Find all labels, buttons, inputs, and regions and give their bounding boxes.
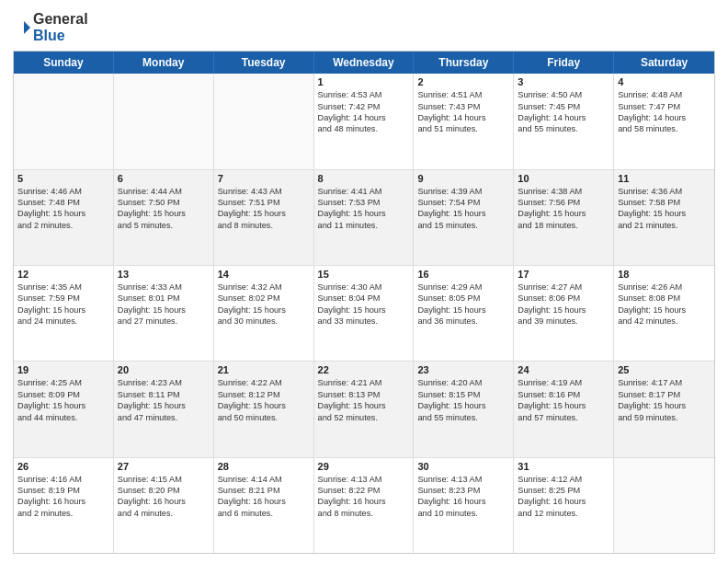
cell-line: Sunset: 8:13 PM	[318, 389, 410, 400]
header-day-sunday: Sunday	[14, 52, 114, 74]
cell-line: and 2 minutes.	[17, 508, 109, 519]
cell-line: Sunset: 8:05 PM	[417, 293, 509, 304]
cell-line: Sunset: 8:06 PM	[518, 293, 609, 304]
calendar-week-4: 19Sunrise: 4:25 AMSunset: 8:09 PMDayligh…	[14, 362, 714, 457]
cell-line: Daylight: 14 hours	[618, 112, 711, 123]
cell-line: Sunset: 7:58 PM	[618, 197, 711, 208]
cell-line: Sunset: 7:59 PM	[17, 293, 109, 304]
day-number: 16	[417, 269, 509, 280]
day-number: 6	[118, 173, 210, 184]
cell-line: and 39 minutes.	[518, 316, 609, 327]
cell-line: and 42 minutes.	[618, 316, 711, 327]
day-number: 27	[118, 461, 210, 472]
cell-line: Sunset: 8:15 PM	[417, 389, 509, 400]
cell-line: Sunrise: 4:48 AM	[618, 89, 711, 100]
cell-line: Sunrise: 4:29 AM	[417, 282, 509, 293]
cell-line: Sunrise: 4:44 AM	[118, 186, 210, 197]
calendar-body: 1Sunrise: 4:53 AMSunset: 7:42 PMDaylight…	[14, 74, 714, 553]
calendar: SundayMondayTuesdayWednesdayThursdayFrid…	[13, 51, 715, 554]
cell-line: and 33 minutes.	[318, 316, 410, 327]
cell-line: Sunset: 7:45 PM	[518, 101, 609, 112]
cell-line: and 8 minutes.	[318, 508, 410, 519]
day-number: 30	[417, 461, 509, 472]
cell-line: and 11 minutes.	[318, 220, 410, 231]
cell-line: Sunset: 8:19 PM	[17, 485, 109, 496]
cell-line: Daylight: 15 hours	[417, 400, 509, 411]
cell-line: Sunset: 7:47 PM	[618, 101, 711, 112]
day-number: 2	[417, 76, 509, 87]
cell-line: Sunset: 7:53 PM	[318, 197, 410, 208]
day-number: 12	[17, 269, 109, 280]
cell-line: Sunset: 7:50 PM	[118, 197, 210, 208]
cell-line: Daylight: 14 hours	[318, 112, 410, 123]
day-number: 14	[218, 269, 310, 280]
header-day-thursday: Thursday	[414, 52, 514, 74]
cell-line: and 4 minutes.	[118, 508, 210, 519]
cell-line: and 18 minutes.	[518, 220, 609, 231]
header: GeneralBlue	[13, 11, 715, 43]
cell-line: Sunrise: 4:19 AM	[518, 377, 609, 388]
calendar-week-5: 26Sunrise: 4:16 AMSunset: 8:19 PMDayligh…	[14, 458, 714, 553]
day-number: 5	[17, 173, 109, 184]
cell-line: Daylight: 16 hours	[118, 496, 210, 507]
cell-line: and 57 minutes.	[518, 412, 609, 423]
cell-line: Sunrise: 4:46 AM	[17, 186, 109, 197]
cell-line: Daylight: 15 hours	[518, 400, 609, 411]
cell-line: Sunset: 8:11 PM	[118, 389, 210, 400]
cell-line: and 10 minutes.	[417, 508, 509, 519]
calendar-cell: 5Sunrise: 4:46 AMSunset: 7:48 PMDaylight…	[14, 170, 114, 265]
cell-line: Sunrise: 4:14 AM	[218, 474, 310, 485]
cell-line: and 58 minutes.	[618, 123, 711, 134]
cell-line: and 47 minutes.	[118, 412, 210, 423]
cell-line: Sunset: 8:20 PM	[118, 485, 210, 496]
calendar-cell: 7Sunrise: 4:43 AMSunset: 7:51 PMDaylight…	[214, 170, 314, 265]
cell-line: Sunrise: 4:33 AM	[118, 282, 210, 293]
cell-line: and 27 minutes.	[118, 316, 210, 327]
cell-line: Daylight: 15 hours	[118, 304, 210, 316]
cell-line: Sunset: 7:43 PM	[417, 101, 509, 112]
day-number: 8	[318, 173, 410, 184]
cell-line: Sunrise: 4:32 AM	[218, 282, 310, 293]
calendar-cell: 8Sunrise: 4:41 AMSunset: 7:53 PMDaylight…	[314, 170, 415, 265]
cell-line: Sunset: 8:01 PM	[118, 293, 210, 304]
cell-line: Daylight: 14 hours	[518, 112, 609, 123]
calendar-cell: 14Sunrise: 4:32 AMSunset: 8:02 PMDayligh…	[214, 266, 314, 361]
day-number: 21	[218, 364, 310, 375]
calendar-cell: 25Sunrise: 4:17 AMSunset: 8:17 PMDayligh…	[614, 362, 714, 456]
calendar-cell	[214, 74, 314, 168]
cell-line: Sunset: 7:51 PM	[218, 197, 310, 208]
cell-line: and 15 minutes.	[417, 220, 509, 231]
calendar-cell: 12Sunrise: 4:35 AMSunset: 7:59 PMDayligh…	[14, 266, 114, 361]
calendar-cell: 4Sunrise: 4:48 AMSunset: 7:47 PMDaylight…	[614, 74, 714, 168]
cell-line: Sunrise: 4:53 AM	[318, 89, 410, 100]
cell-line: and 52 minutes.	[318, 412, 410, 423]
cell-line: Daylight: 15 hours	[417, 304, 509, 316]
cell-line: and 36 minutes.	[417, 316, 509, 327]
cell-line: Sunrise: 4:43 AM	[218, 186, 310, 197]
cell-line: Daylight: 16 hours	[218, 496, 310, 507]
day-number: 7	[218, 173, 310, 184]
calendar-cell: 26Sunrise: 4:16 AMSunset: 8:19 PMDayligh…	[14, 458, 114, 553]
cell-line: Daylight: 15 hours	[218, 304, 310, 316]
calendar-cell	[614, 458, 714, 553]
cell-line: and 24 minutes.	[17, 316, 109, 327]
day-number: 18	[618, 269, 711, 280]
cell-line: Sunrise: 4:13 AM	[417, 474, 509, 485]
cell-line: and 51 minutes.	[417, 123, 509, 134]
cell-line: Sunrise: 4:21 AM	[318, 377, 410, 388]
cell-line: Sunrise: 4:41 AM	[318, 186, 410, 197]
cell-line: Sunset: 8:04 PM	[318, 293, 410, 304]
logo-text-block: GeneralBlue	[33, 11, 88, 43]
header-day-monday: Monday	[114, 52, 214, 74]
cell-line: Sunset: 8:09 PM	[17, 389, 109, 400]
day-number: 9	[417, 173, 509, 184]
cell-line: Sunrise: 4:38 AM	[518, 186, 609, 197]
day-number: 31	[518, 461, 609, 472]
calendar-cell: 9Sunrise: 4:39 AMSunset: 7:54 PMDaylight…	[414, 170, 514, 265]
cell-line: Sunset: 7:54 PM	[417, 197, 509, 208]
cell-line: Sunrise: 4:39 AM	[417, 186, 509, 197]
calendar-cell: 29Sunrise: 4:13 AMSunset: 8:22 PMDayligh…	[314, 458, 415, 553]
calendar-cell: 2Sunrise: 4:51 AMSunset: 7:43 PMDaylight…	[414, 74, 514, 168]
cell-line: Sunset: 8:23 PM	[417, 485, 509, 496]
cell-line: Sunrise: 4:15 AM	[118, 474, 210, 485]
